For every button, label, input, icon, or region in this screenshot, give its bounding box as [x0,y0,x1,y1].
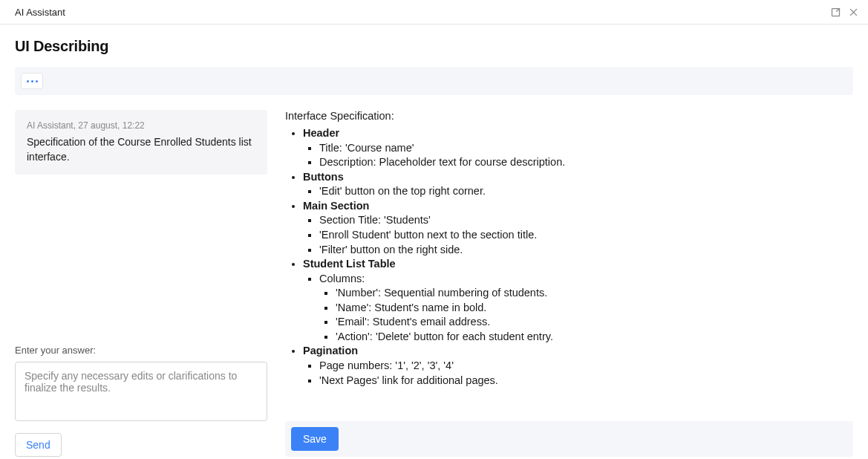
expand-icon[interactable] [829,6,841,18]
spec-item: 'Enroll Student' button next to the sect… [319,228,853,243]
spec-section-header: Header Title: 'Course name' Description:… [303,126,853,170]
page-title: UI Describing [15,38,853,55]
titlebar: AI Assistant [0,0,868,25]
dot-icon [36,80,38,82]
spec-section-label: Header [303,127,339,139]
spec-item: Page numbers: '1', '2', '3', '4' [319,359,853,374]
message-body: Specification of the Course Enrolled Stu… [27,135,255,164]
spec-item: 'Edit' button on the top right corner. [319,184,853,199]
dot-icon [31,80,33,82]
spec-column: 'Number': Sequential numbering of studen… [336,286,853,301]
spec-item: 'Filter' button on the right side. [319,243,853,258]
spec-section-label: Student List Table [303,258,396,270]
spec-column: 'Action': 'Delete' button for each stude… [336,330,853,345]
save-button[interactable]: Save [291,427,339,451]
answer-section: Enter your answer: Send [15,345,267,457]
spec-item: Section Title: 'Students' [319,213,853,228]
spec-section-main: Main Section Section Title: 'Students' '… [303,199,853,257]
spec-section-label: Buttons [303,171,344,183]
send-button[interactable]: Send [15,433,62,457]
spec-list: Header Title: 'Course name' Description:… [285,126,853,388]
more-actions-bar [15,67,853,95]
answer-input[interactable] [15,362,267,421]
close-icon[interactable] [847,6,859,18]
spec-column: 'Name': Student's name in bold. [336,301,853,316]
save-bar: Save [285,421,853,457]
assistant-message-card: AI Assistant, 27 august, 12:22 Specifica… [15,110,267,175]
columns-label: Columns: [319,273,365,284]
spec-section-label: Main Section [303,200,369,212]
spec-title: Interface Specification: [285,110,853,122]
spec-section-buttons: Buttons 'Edit' button on the top right c… [303,170,853,199]
spec-section-pagination: Pagination Page numbers: '1', '2', '3', … [303,344,853,388]
spec-item: Description: Placeholder text for course… [319,155,853,170]
spec-item: Title: 'Course name' [319,141,853,156]
header-region: UI Describing [0,25,868,95]
titlebar-title: AI Assistant [15,7,65,18]
spec-section-label: Pagination [303,345,358,357]
spec-column: 'Email': Student's email address. [336,315,853,330]
answer-label: Enter your answer: [15,345,267,356]
spec-section-table: Student List Table Columns: 'Number': Se… [303,257,853,344]
more-button[interactable] [21,73,43,89]
message-meta: AI Assistant, 27 august, 12:22 [27,120,255,131]
dot-icon [27,80,29,82]
titlebar-actions [829,6,859,18]
spec-item-columns: Columns: 'Number': Sequential numbering … [319,272,853,345]
spec-item: 'Next Pages' link for additional pages. [319,374,853,388]
